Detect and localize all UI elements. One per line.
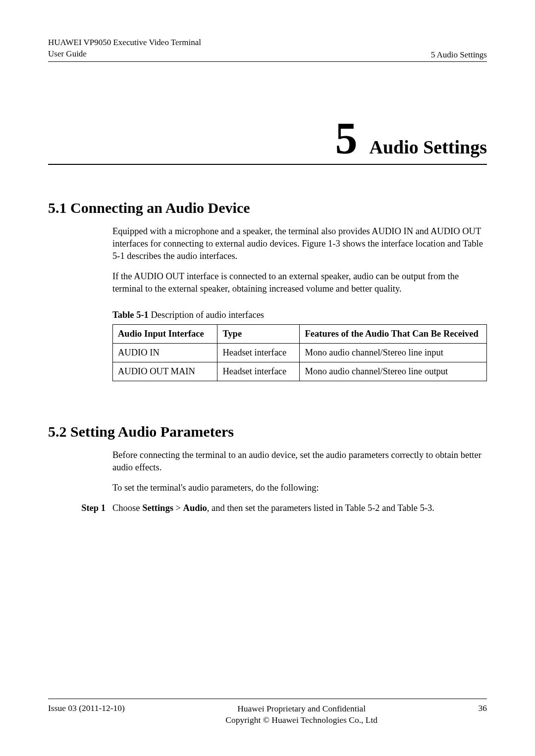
step-1-sep: > [173, 503, 183, 513]
table-row: AUDIO IN Headset interface Mono audio ch… [113, 343, 487, 362]
footer-issue: Issue 03 (2011-12-10) [48, 703, 125, 713]
section-5-1-para2: If the AUDIO OUT interface is connected … [112, 270, 487, 295]
table-cell: Mono audio channel/Stereo line input [300, 343, 487, 362]
header-product-line: HUAWEI VP9050 Executive Video Terminal [48, 37, 201, 49]
step-1-label: Step 1 [48, 502, 112, 514]
section-5-1-heading: 5.1 Connecting an Audio Device [48, 200, 487, 216]
table-header-col3: Features of the Audio That Can Be Receiv… [300, 324, 487, 343]
footer-copyright: Copyright © Huawei Technologies Co., Ltd [225, 714, 377, 726]
footer-page-number: 36 [478, 703, 487, 713]
footer-proprietary: Huawei Proprietary and Confidential [225, 703, 377, 715]
step-1-content: Choose Settings > Audio, and then set th… [112, 502, 487, 514]
header-section-ref: 5 Audio Settings [431, 50, 487, 60]
table-cell: Headset interface [217, 362, 300, 381]
chapter-title: Audio Settings [369, 136, 487, 158]
section-5-1-para1: Equipped with a microphone and a speaker… [112, 225, 487, 262]
table-header-row: Audio Input Interface Type Features of t… [113, 324, 487, 343]
table-caption-desc: Description of audio interfaces [149, 310, 264, 320]
section-5-2-para1: Before connecting the terminal to an aud… [112, 449, 487, 474]
step-1-text-post: , and then set the parameters listed in … [207, 503, 434, 513]
section-5-2-heading: 5.2 Setting Audio Parameters [48, 423, 487, 440]
header-doc-type: User Guide [48, 49, 201, 60]
table-row: AUDIO OUT MAIN Headset interface Mono au… [113, 362, 487, 381]
table-cell: AUDIO OUT MAIN [113, 362, 217, 381]
table-header-col1: Audio Input Interface [113, 324, 217, 343]
step-1-block: Step 1 Choose Settings > Audio, and then… [48, 502, 487, 514]
table-cell: AUDIO IN [113, 343, 217, 362]
header-left: HUAWEI VP9050 Executive Video Terminal U… [48, 37, 201, 60]
table-cell: Headset interface [217, 343, 300, 362]
chapter-number: 5 [335, 116, 357, 161]
footer-center: Huawei Proprietary and Confidential Copy… [225, 703, 377, 726]
page-header: HUAWEI VP9050 Executive Video Terminal U… [48, 37, 487, 62]
step-1-bold-audio: Audio [183, 503, 207, 513]
audio-interfaces-table: Audio Input Interface Type Features of t… [112, 324, 487, 381]
section-5-2-para2: To set the terminal's audio parameters, … [112, 482, 487, 494]
step-1-text-pre: Choose [112, 503, 142, 513]
table-cell: Mono audio channel/Stereo line output [300, 362, 487, 381]
table-header-col2: Type [217, 324, 300, 343]
chapter-title-block: 5 Audio Settings [48, 116, 487, 165]
step-1-bold-settings: Settings [142, 503, 173, 513]
table-5-1-caption: Table 5-1 Description of audio interface… [112, 310, 487, 320]
table-caption-label: Table 5-1 [112, 310, 149, 320]
header-right: 5 Audio Settings [431, 50, 487, 60]
page-footer: Issue 03 (2011-12-10) Huawei Proprietary… [48, 699, 487, 726]
